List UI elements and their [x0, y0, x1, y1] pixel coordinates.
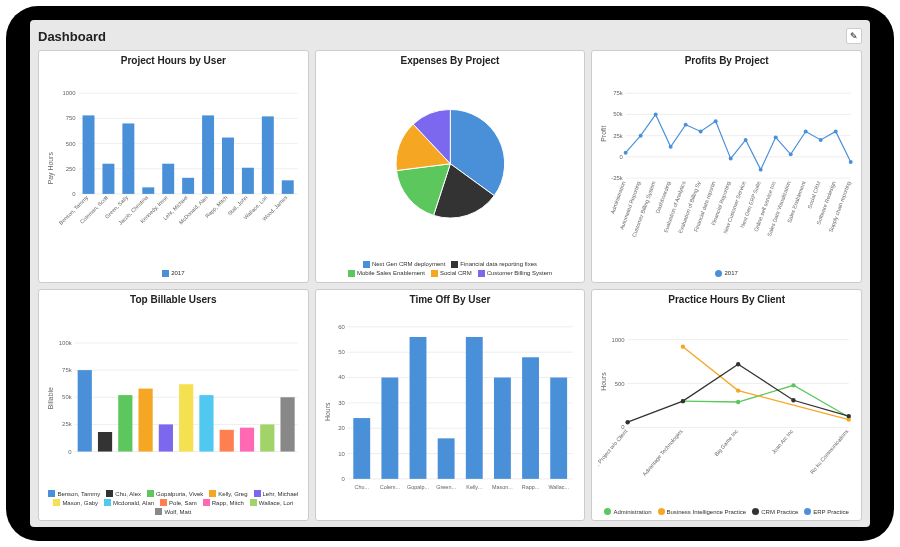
svg-rect-116: [465, 336, 482, 478]
tablet-frame: Dashboard ✎ Project Hours by User 025050…: [6, 6, 894, 541]
svg-text:500: 500: [66, 141, 77, 147]
svg-rect-115: [437, 438, 454, 479]
svg-text:Advantage Technologies: Advantage Technologies: [642, 427, 685, 476]
svg-text:Colem...: Colem...: [379, 483, 400, 489]
svg-text:Profit: Profit: [600, 126, 607, 142]
svg-text:50: 50: [338, 349, 345, 355]
svg-text:50k: 50k: [613, 111, 623, 117]
svg-text:500: 500: [615, 380, 626, 386]
svg-rect-15: [182, 178, 194, 194]
svg-point-58: [849, 160, 853, 164]
svg-text:Dashboarding: Dashboarding: [655, 180, 672, 214]
svg-text:Gopalp...: Gopalp...: [407, 483, 429, 489]
svg-text:Social CRM: Social CRM: [807, 180, 823, 209]
legend: 2017: [45, 269, 302, 278]
legend-item: Mcdonald, Alan: [104, 499, 154, 506]
svg-rect-94: [240, 427, 254, 451]
svg-rect-18: [242, 168, 254, 194]
svg-rect-10: [83, 115, 95, 194]
svg-rect-90: [159, 424, 173, 451]
legend-item: Benson, Tammy: [48, 490, 100, 497]
svg-rect-118: [522, 357, 539, 479]
card-project-hours-by-user: Project Hours by User 02505007501000Bens…: [38, 50, 309, 283]
svg-text:0: 0: [341, 475, 345, 481]
svg-text:0: 0: [68, 448, 72, 454]
legend-item: ERP Practice: [804, 508, 849, 515]
svg-rect-87: [98, 432, 112, 452]
chart-grid: Project Hours by User 02505007501000Bens…: [38, 50, 862, 521]
chart-title: Time Off By User: [322, 294, 579, 305]
svg-text:Administration: Administration: [610, 180, 627, 214]
legend-item: Chu, Alex: [106, 490, 141, 497]
svg-text:10: 10: [338, 450, 345, 456]
bar-chart: 0102030405060Chu...Colem...Gopalp...Gree…: [322, 307, 579, 517]
svg-text:75k: 75k: [613, 90, 623, 96]
svg-rect-114: [409, 336, 426, 478]
svg-rect-96: [280, 397, 294, 451]
svg-text:Hours: Hours: [600, 371, 607, 390]
svg-text:Green...: Green...: [436, 483, 456, 489]
svg-text:60: 60: [338, 323, 345, 329]
svg-text:Ro ku Communications: Ro ku Communications: [809, 427, 850, 474]
svg-text:Wallac...: Wallac...: [548, 483, 569, 489]
legend-item: Next Gen CRM deployment: [363, 261, 445, 268]
card-practice-hours-by-client: Practice Hours By Client 05001000No Clie…: [591, 289, 862, 522]
pie-chart: [322, 68, 579, 260]
legend-item: Mobile Sales Enablement: [348, 270, 425, 277]
legend: AdministrationBusiness Intelligence Prac…: [598, 507, 855, 516]
svg-text:50k: 50k: [62, 394, 72, 400]
legend: Next Gen CRM deploymentFinancial data re…: [322, 260, 579, 278]
legend-item: Wallace, Lori: [250, 499, 293, 506]
card-top-billable-users: Top Billable Users 025k50k75k100kBillabl…: [38, 289, 309, 522]
legend-item: Pole, Sam: [160, 499, 197, 506]
svg-text:Hours: Hours: [324, 401, 331, 420]
legend-item: Administration: [604, 508, 651, 515]
svg-rect-19: [262, 116, 274, 194]
legend-item: Wolf, Matt: [155, 508, 191, 515]
svg-text:30: 30: [338, 399, 345, 405]
chart-title: Expenses By Project: [322, 55, 579, 66]
svg-rect-119: [550, 377, 567, 478]
card-profits-by-project: Profits By Project -25k025k50k75kAdminis…: [591, 50, 862, 283]
svg-text:Kelly...: Kelly...: [466, 483, 482, 489]
svg-text:250: 250: [66, 166, 77, 172]
legend: Benson, TammyChu, AlexGopalpuria, VivekK…: [45, 489, 302, 516]
legend-item: Mason, Gaby: [53, 499, 98, 506]
legend-item: Lehr, Michael: [254, 490, 299, 497]
svg-text:25k: 25k: [613, 133, 623, 139]
svg-text:No Client: Project w/o Client: No Client: Project w/o Client: [598, 427, 629, 483]
svg-rect-92: [199, 395, 213, 451]
legend: 2017: [598, 269, 855, 278]
svg-text:Pay Hours: Pay Hours: [47, 152, 55, 185]
svg-text:Mason...: Mason...: [492, 483, 513, 489]
svg-rect-14: [162, 164, 174, 194]
chart-title: Practice Hours By Client: [598, 294, 855, 305]
line-chart: 05001000No Client: Project w/o ClientAdv…: [598, 307, 855, 508]
legend-item: Rapp, Mitch: [203, 499, 244, 506]
svg-rect-93: [220, 429, 234, 451]
legend-item: Gopalpuria, Vivek: [147, 490, 203, 497]
card-time-off-by-user: Time Off By User 0102030405060Chu...Cole…: [315, 289, 586, 522]
screen: Dashboard ✎ Project Hours by User 025050…: [30, 20, 870, 527]
svg-rect-91: [179, 384, 193, 451]
pencil-icon: ✎: [850, 31, 858, 41]
svg-text:Billable: Billable: [47, 386, 54, 408]
chart-title: Profits By Project: [598, 55, 855, 66]
svg-rect-86: [78, 370, 92, 451]
card-expenses-by-project: Expenses By Project Next Gen CRM deploym…: [315, 50, 586, 283]
svg-rect-95: [260, 424, 274, 451]
legend-item: Financial data reporting fixes: [451, 261, 537, 268]
svg-text:20: 20: [338, 425, 345, 431]
svg-text:1000: 1000: [62, 90, 76, 96]
svg-text:0: 0: [620, 154, 624, 160]
svg-rect-88: [118, 395, 132, 451]
svg-text:Joan Arc Inc: Joan Arc Inc: [771, 427, 795, 454]
svg-text:750: 750: [66, 115, 77, 121]
edit-button[interactable]: ✎: [846, 28, 862, 44]
legend-item: Social CRM: [431, 270, 472, 277]
legend-item: Business Intelligence Practice: [658, 508, 747, 515]
svg-rect-12: [122, 123, 134, 193]
svg-text:75k: 75k: [62, 367, 72, 373]
line-chart: -25k025k50k75kAdministrationAutomated Re…: [598, 68, 855, 269]
svg-text:1000: 1000: [612, 336, 626, 342]
